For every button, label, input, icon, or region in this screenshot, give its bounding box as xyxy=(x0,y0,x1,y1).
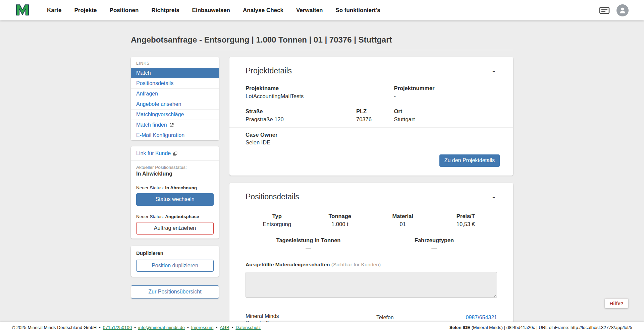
duplicate-title: Duplizieren xyxy=(136,250,214,256)
footer-agb-link[interactable]: AGB xyxy=(220,325,229,330)
page-title: Angebotsanfrage - Entsorgung | 1.000 Ton… xyxy=(131,35,513,50)
projektname-value: LotAccountingMailTests xyxy=(246,93,394,100)
sidebar-item-positionsdetails[interactable]: Positionsdetails xyxy=(131,78,219,88)
case-owner-label: Case Owner xyxy=(246,131,497,138)
customer-link[interactable]: Link für Kunde xyxy=(136,150,177,156)
sidebar-item-match[interactable]: Match xyxy=(131,68,219,78)
position-overview-button[interactable]: Zur Positionsübersicht xyxy=(131,285,219,298)
user-avatar[interactable] xyxy=(616,4,629,16)
position-spec-row-1: Typ Entsorgung Tonnage 1.000 t Material … xyxy=(229,210,513,230)
footer-separator: • xyxy=(232,325,233,330)
footer-datenschutz-link[interactable]: Datenschutz xyxy=(235,325,261,330)
status-card: Link für Kunde Aktueller Positionsstatus… xyxy=(131,146,219,239)
ort-value: Stuttgart xyxy=(394,116,497,123)
main-column: Projektdetails - Projektname LotAccounti… xyxy=(229,57,513,322)
footer-separator: • xyxy=(99,325,101,330)
preis-value: 10,53 € xyxy=(434,221,497,228)
nav-karte[interactable]: Karte xyxy=(47,7,61,14)
footer-copyright: © 2025 Mineral Minds Deutschland GmbH xyxy=(12,325,97,330)
tagesleistung-value: — xyxy=(246,245,371,252)
contact-rows: Telefon 0987/654321 Handy 0123/456789 eM… xyxy=(376,313,497,322)
server-icon[interactable] xyxy=(599,6,610,15)
footer-separator: • xyxy=(134,325,136,330)
fahrzeugtypen-value: — xyxy=(371,245,497,252)
material-label: Material xyxy=(371,213,434,220)
go-to-project-details-button[interactable]: Zu den Projektdetails xyxy=(439,154,500,167)
typ-label: Typ xyxy=(246,213,309,220)
duplicate-card: Duplizieren Position duplizieren xyxy=(131,246,219,277)
contact-row-telefon: Telefon 0987/654321 xyxy=(376,313,497,322)
sidebar: LINKS Match Positionsdetails Anfragen An… xyxy=(131,57,219,298)
footer-email-link[interactable]: info@mineral-minds.de xyxy=(138,325,185,330)
main-nav: Karte Projekte Positionen Richtpreis Ein… xyxy=(47,7,380,14)
copy-icon xyxy=(173,151,177,156)
footer-left: © 2025 Mineral Minds Deutschland GmbH • … xyxy=(12,325,261,330)
navbar-right xyxy=(599,4,629,16)
current-status-value: In Abwicklung xyxy=(136,171,214,177)
links-header: LINKS xyxy=(131,57,219,68)
contact-company: Mineral Minds xyxy=(246,313,376,320)
case-owner-value: Selen IDE xyxy=(246,139,497,146)
mineral-minds-logo[interactable] xyxy=(15,3,30,18)
material-properties-textarea[interactable] xyxy=(246,272,497,298)
footer-phone-link[interactable]: 07151/250100 xyxy=(103,325,132,330)
links-card: LINKS Match Positionsdetails Anfragen An… xyxy=(131,57,219,140)
footer-separator: • xyxy=(187,325,189,330)
next-status-label: Neuer Status: xyxy=(136,185,164,190)
nav-richtpreis[interactable]: Richtpreis xyxy=(151,7,179,14)
footer-separator: • xyxy=(216,325,217,330)
material-value: 01 xyxy=(371,221,434,228)
top-navbar: Karte Projekte Positionen Richtpreis Ein… xyxy=(0,0,644,20)
position-spec-row-2: Tagesleistung in Tonnen — Fahrzeugtypen … xyxy=(229,234,513,254)
strasse-value: Pragstraße 120 xyxy=(246,116,356,123)
sidebar-item-matchingvorschlaege[interactable]: Matchingvorschläge xyxy=(131,109,219,120)
nav-positionen[interactable]: Positionen xyxy=(110,7,139,14)
telefon-label: Telefon xyxy=(376,315,394,321)
tagesleistung-label: Tagesleistung in Tonnen xyxy=(246,237,371,244)
nav-so-funktionierts[interactable]: So funktioniert's xyxy=(335,7,380,14)
strasse-label: Straße xyxy=(246,108,356,115)
material-properties-label-text: Ausgefüllte Materialeigenschaften xyxy=(246,262,330,267)
plz-value: 70376 xyxy=(356,116,394,123)
current-status-label: Aktueller Positionsstatus: xyxy=(136,165,214,170)
projektname-label: Projektname xyxy=(246,85,394,92)
next-status-value: In Abrechnung xyxy=(165,185,197,190)
sidebar-item-angebote-ansehen[interactable]: Angebote ansehen xyxy=(131,99,219,109)
change-status-button[interactable]: Status wechseln xyxy=(136,193,214,206)
duplicate-position-button[interactable]: Position duplizieren xyxy=(136,260,214,272)
next-status-value: Angebotsphase xyxy=(165,214,199,219)
material-properties-hint: (Sichtbar für Kunden) xyxy=(331,262,381,267)
fahrzeugtypen-label: Fahrzeugtypen xyxy=(371,237,497,244)
nav-verwalten[interactable]: Verwalten xyxy=(296,7,323,14)
project-details-title: Projektdetails xyxy=(246,66,292,75)
next-status-line-1: Neuer Status: In Abrechnung xyxy=(136,185,214,190)
footer-session-info: Selen IDE (Mineral Minds) | d8f4bd41a20c… xyxy=(449,325,632,330)
sidebar-item-anfragen[interactable]: Anfragen xyxy=(131,88,219,99)
nav-analyse-check[interactable]: Analyse Check xyxy=(243,7,283,14)
help-button[interactable]: Hilfe? xyxy=(605,298,628,308)
material-properties-label: Ausgefüllte Materialeigenschaften (Sicht… xyxy=(246,262,497,268)
next-status-line-2: Neuer Status: Angebotsphase xyxy=(136,214,214,219)
ort-label: Ort xyxy=(394,108,497,115)
project-row-address: Straße Pragstraße 120 PLZ 70376 Ort Stut… xyxy=(229,104,513,127)
project-row-name-number: Projektname LotAccountingMailTests Proje… xyxy=(229,81,513,104)
next-status-label: Neuer Status: xyxy=(136,214,164,219)
tonnage-value: 1.000 t xyxy=(309,221,372,228)
nav-projekte[interactable]: Projekte xyxy=(74,7,97,14)
typ-value: Entsorgung xyxy=(246,221,309,228)
footer-user: Selen IDE xyxy=(449,325,470,330)
collapse-position-details-button[interactable]: - xyxy=(490,192,497,201)
contact-address: Mineral Minds Pragstraße 70376 Stuttgart xyxy=(246,313,376,322)
collapse-project-details-button[interactable]: - xyxy=(490,66,497,75)
telefon-link[interactable]: 0987/654321 xyxy=(466,315,497,321)
sidebar-item-match-finden[interactable]: Match finden xyxy=(131,120,219,130)
sidebar-item-email-konfiguration[interactable]: E-Mail Konfiguration xyxy=(131,130,219,140)
footer-impressum-link[interactable]: Impressum xyxy=(191,325,214,330)
nav-einbauweisen[interactable]: Einbauweisen xyxy=(192,7,230,14)
project-details-card: Projektdetails - Projektname LotAccounti… xyxy=(229,57,513,176)
plz-label: PLZ xyxy=(356,108,394,115)
preis-label: Preis/T xyxy=(434,213,497,220)
withdraw-order-button[interactable]: Auftrag entziehen xyxy=(136,222,214,235)
project-row-case-owner: Case Owner Selen IDE xyxy=(229,128,513,150)
projektnummer-value: - xyxy=(394,93,497,100)
